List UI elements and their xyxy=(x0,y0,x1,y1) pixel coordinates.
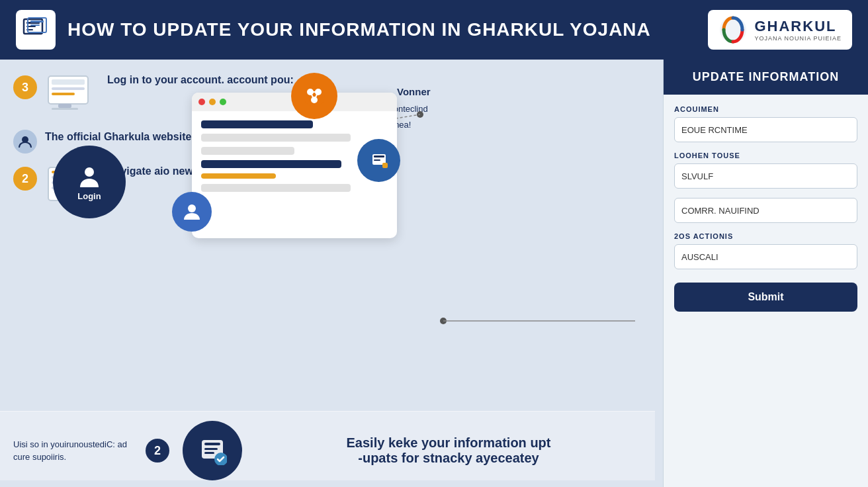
svg-point-21 xyxy=(85,167,94,177)
bottom-section: Uisi so in youirunoustediC: ad cure supo… xyxy=(0,411,655,480)
logo: GHARKUL YOJANA NOUNIA PUIEIAE xyxy=(708,10,852,50)
svg-rect-31 xyxy=(374,159,380,161)
header-left: HOW TO UPDATE YOUR INFORMATION IN GHARKU… xyxy=(16,10,651,50)
browser-line-6 xyxy=(201,184,351,192)
sidebar-form: ACOUIMEN LOOHEN TOUSE 2OS ACTIONIS Submi… xyxy=(664,95,868,487)
form-group-2: LOOHEN TOUSE xyxy=(674,152,857,189)
bubble-orange xyxy=(291,73,337,119)
svg-rect-6 xyxy=(30,24,40,26)
svg-point-22 xyxy=(304,85,325,107)
bubble-blue xyxy=(357,139,400,182)
step-3-text: Log in to your account. account pou: xyxy=(107,73,650,87)
logo-name: GHARKUL xyxy=(754,18,842,35)
browser-line-3 xyxy=(201,147,294,155)
svg-rect-30 xyxy=(374,155,384,157)
browser-line-5 xyxy=(201,173,276,179)
svg-point-33 xyxy=(188,204,196,212)
submit-button[interactable]: Submit xyxy=(674,283,857,312)
svg-rect-32 xyxy=(382,163,388,168)
form-input-4[interactable] xyxy=(674,244,857,269)
form-group-3 xyxy=(674,198,857,223)
logo-text: GHARKUL YOJANA NOUNIA PUIEIAE xyxy=(754,18,842,42)
form-input-1[interactable] xyxy=(674,117,857,142)
form-label-1: ACOUIMEN xyxy=(674,105,857,113)
step-3-icon xyxy=(45,73,98,119)
content-area: 3 Log in to your account. account pou: xyxy=(0,60,663,487)
connector-dot-3 xyxy=(440,318,447,324)
svg-rect-13 xyxy=(52,108,78,110)
step-3-number: 3 xyxy=(13,75,37,99)
login-circle: Login xyxy=(53,146,126,218)
bottom-icon xyxy=(183,421,242,480)
header-title: HOW TO UPDATE YOUR INFORMATION IN GHARKU… xyxy=(67,19,651,40)
svg-rect-38 xyxy=(204,443,220,445)
bottom-left-text: Uisi so in youirunoustediC: ad cure supo… xyxy=(13,438,132,464)
form-input-3[interactable] xyxy=(674,198,857,223)
svg-rect-5 xyxy=(30,21,44,22)
form-group-4: 2OS ACTIONIS xyxy=(674,232,857,269)
svg-rect-10 xyxy=(52,87,85,90)
browser-line-2 xyxy=(201,134,351,142)
connector-dot-2 xyxy=(417,111,423,118)
bottom-step2: 2 xyxy=(146,439,169,463)
sidebar: UPDATE INFORMATION ACOUIMEN LOOHEN TOUSE… xyxy=(663,60,868,487)
header-icon xyxy=(16,10,56,50)
vonner-label: Vonner xyxy=(397,86,431,98)
svg-rect-11 xyxy=(52,93,75,95)
svg-rect-40 xyxy=(204,452,214,454)
user-figure-circle xyxy=(172,192,212,232)
svg-rect-39 xyxy=(204,448,218,450)
header: HOW TO UPDATE YOUR INFORMATION IN GHARKU… xyxy=(0,0,868,60)
form-group-1: ACOUIMEN xyxy=(674,105,857,142)
sidebar-header: UPDATE INFORMATION xyxy=(664,60,868,95)
form-input-2[interactable] xyxy=(674,163,857,189)
step-2-number: 2 xyxy=(13,167,37,191)
form-label-2: LOOHEN TOUSE xyxy=(674,152,857,159)
browser-line-4 xyxy=(201,160,341,168)
browser-line-1 xyxy=(201,120,313,128)
logo-sub: YOJANA NOUNIA PUIEIAE xyxy=(754,35,842,42)
svg-rect-9 xyxy=(52,79,85,85)
bottom-main-text: Easily keke your information upt -upats … xyxy=(255,435,642,466)
svg-rect-12 xyxy=(58,104,71,108)
form-label-4: 2OS ACTIONIS xyxy=(674,232,857,240)
step-user-icon xyxy=(13,130,37,154)
main: 3 Log in to your account. account pou: xyxy=(0,60,868,487)
